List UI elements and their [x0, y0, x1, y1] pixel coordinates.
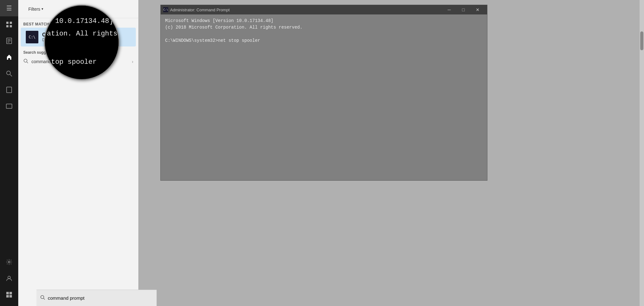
cmd-title-text: Administrator: Command Prompt — [170, 8, 440, 12]
sidebar-page[interactable] — [0, 82, 18, 98]
cmd-line-2: (c) 2018 Microsoft Corporation. All righ… — [165, 24, 483, 31]
svg-point-8 — [7, 71, 10, 75]
cmd-line-4: C:\WINDOWS\system32>net stop spooler — [165, 37, 483, 44]
cmd-title-icon: C:\ — [163, 7, 168, 12]
minimize-button[interactable]: ─ — [442, 5, 456, 14]
svg-rect-11 — [6, 104, 12, 108]
svg-rect-3 — [10, 25, 12, 27]
svg-point-13 — [8, 276, 10, 279]
filters-button[interactable]: Filters ▾ — [26, 5, 46, 13]
sidebar-apps[interactable] — [0, 16, 18, 33]
svg-line-9 — [10, 74, 12, 76]
cmd-line-1: Microsoft Windows [Version 10.0.17134.48… — [165, 18, 483, 24]
magnifier-line-1: ersion 10.0.17134.48] — [44, 6, 119, 28]
svg-point-12 — [8, 261, 10, 263]
cmd-content[interactable]: Microsoft Windows [Version 10.0.17134.48… — [161, 14, 487, 180]
sidebar-home[interactable] — [0, 49, 18, 65]
search-bar — [36, 290, 157, 306]
svg-point-20 — [41, 295, 44, 298]
svg-point-18 — [24, 59, 27, 62]
cmd-titlebar: C:\ Administrator: Command Prompt ─ □ ✕ — [161, 5, 487, 14]
maximize-button[interactable]: □ — [456, 5, 470, 14]
sidebar-search[interactable] — [0, 65, 18, 82]
svg-rect-0 — [6, 22, 8, 24]
magnifier-circle: ersion 10.0.17134.48] orporation. All ri… — [44, 5, 119, 80]
cmd-app-icon: C:\ — [26, 31, 38, 43]
sidebar-documents[interactable] — [0, 33, 18, 49]
magnifier-line-2: orporation. All rights reserved. — [44, 28, 119, 40]
svg-rect-17 — [9, 295, 12, 298]
chevron-down-icon: ▾ — [42, 7, 43, 11]
scrollbar[interactable] — [640, 0, 644, 306]
svg-rect-2 — [6, 25, 8, 27]
svg-rect-14 — [6, 292, 9, 294]
sidebar-settings[interactable] — [0, 254, 18, 270]
sidebar-tablet[interactable] — [0, 98, 18, 114]
sidebar-user[interactable] — [0, 270, 18, 287]
sidebar-start[interactable] — [0, 287, 18, 303]
cmd-window: C:\ Administrator: Command Prompt ─ □ ✕ … — [160, 5, 487, 181]
search-input[interactable] — [48, 295, 153, 301]
scrollbar-thumb[interactable] — [640, 31, 643, 50]
filters-label: Filters — [28, 7, 40, 12]
magnifier-line-3 — [44, 40, 119, 56]
cmd-line-3 — [165, 31, 483, 37]
svg-line-19 — [27, 62, 28, 63]
search-suggestion-icon — [23, 58, 28, 64]
search-bar-icon — [40, 295, 45, 301]
svg-rect-10 — [7, 87, 12, 93]
suggestion-arrow-icon: › — [132, 59, 133, 64]
sidebar: ☰ — [0, 0, 18, 306]
sidebar-hamburger[interactable]: ☰ — [0, 0, 18, 16]
close-button[interactable]: ✕ — [470, 5, 485, 14]
svg-line-21 — [44, 298, 45, 299]
svg-rect-16 — [6, 295, 9, 298]
magnifier-content: ersion 10.0.17134.48] orporation. All ri… — [44, 5, 119, 74]
svg-rect-1 — [10, 22, 12, 24]
magnifier-line-4: >net stop spooler — [44, 56, 119, 68]
svg-rect-15 — [9, 292, 12, 294]
window-controls: ─ □ ✕ — [442, 5, 485, 14]
